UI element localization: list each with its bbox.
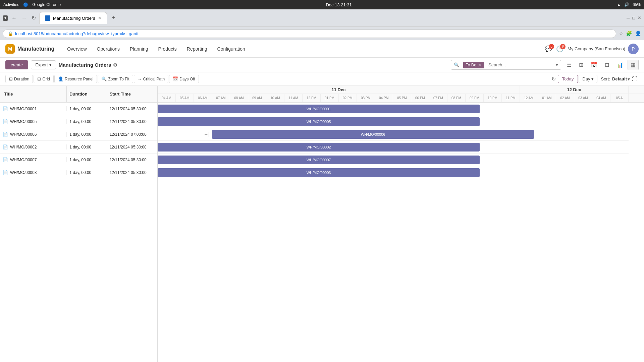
forward-button[interactable]: → xyxy=(20,14,28,22)
page-title-text: Manufacturing Orders xyxy=(59,62,111,68)
graph-view-icon[interactable]: 📊 xyxy=(613,60,626,70)
table-row[interactable]: 📄 WH/MO/00007 1 day, 00:00 12/11/2024 05… xyxy=(0,154,157,166)
search-bar[interactable]: 🔍 To Do ✕ ▾ xyxy=(451,60,561,70)
export-button[interactable]: Export ▾ xyxy=(31,60,56,69)
os-activities[interactable]: Activities xyxy=(3,2,19,7)
cell-start: 12/11/2024 05:30:00 xyxy=(107,158,157,162)
chrome-tab-manufacturing[interactable]: Manufacturing Orders ✕ xyxy=(39,12,107,24)
extensions-icon[interactable]: 🧩 xyxy=(626,31,632,37)
nav-operations[interactable]: Operations xyxy=(92,44,124,54)
timeline-hours: 04 AM05 AM06 AM07 AM08 AM09 AM10 AM11 AM… xyxy=(158,94,644,102)
gantt-chart-row: WH/MO/00007 xyxy=(158,154,629,166)
table-row[interactable]: 📄 WH/MO/00003 1 day, 00:00 12/11/2024 05… xyxy=(0,166,157,179)
sort-label: Sort: xyxy=(601,76,610,81)
table-row[interactable]: 📄 WH/MO/00006 1 day, 00:00 12/11/2024 07… xyxy=(0,128,157,141)
filter-tag-remove[interactable]: ✕ xyxy=(478,62,482,68)
create-button[interactable]: create xyxy=(5,60,28,69)
close-window-button[interactable]: ✕ xyxy=(638,15,641,20)
days-off-button[interactable]: 📅 Days Off xyxy=(169,75,199,83)
resource-panel-button[interactable]: 👤 Resource Panel xyxy=(54,75,97,83)
col-header-duration: Duration xyxy=(67,86,107,102)
gantt-bar[interactable]: WH/MO/00002 xyxy=(158,143,480,152)
cell-title: 📄 WH/MO/00001 xyxy=(0,106,67,111)
table-row[interactable]: 📄 WH/MO/00001 1 day, 00:00 12/11/2024 05… xyxy=(0,103,157,115)
user-info[interactable]: My Company (San Francisco) P xyxy=(568,44,639,54)
table-row[interactable]: 📄 WH/MO/00005 1 day, 00:00 12/11/2024 05… xyxy=(0,115,157,128)
gantt-bar[interactable]: WH/MO/00007 xyxy=(158,156,480,164)
day-button[interactable]: Day ▾ xyxy=(579,75,597,83)
hour-cell: 10 AM xyxy=(266,94,284,102)
table-row[interactable]: 📄 WH/MO/00002 1 day, 00:00 12/11/2024 05… xyxy=(0,141,157,154)
gantt-toolbar: ⊞ Duration ⊞ Grid 👤 Resource Panel 🔍 Zoo… xyxy=(0,72,644,86)
calendar-view-icon[interactable]: 📅 xyxy=(588,60,600,70)
expand-button[interactable]: ⛶ xyxy=(631,75,639,83)
hour-cell: 06 PM xyxy=(411,94,429,102)
hour-cell: 11 PM xyxy=(502,94,520,102)
grid-label: Grid xyxy=(42,77,50,81)
timeline-header: 11 Dec12 Dec 04 AM05 AM06 AM07 AM08 AM09… xyxy=(158,86,644,103)
nav-overview[interactable]: Overview xyxy=(62,44,91,54)
grid-button[interactable]: ⊞ Grid xyxy=(34,75,54,83)
app-logo[interactable]: M Manufacturing xyxy=(5,44,54,54)
reload-button[interactable]: ↻ xyxy=(30,13,37,22)
profile-icon[interactable]: 👤 xyxy=(635,31,641,37)
os-browser-name[interactable]: Google Chrome xyxy=(32,2,61,7)
messages-icon[interactable]: 💬 8 xyxy=(545,45,552,53)
os-system-icons: ▲ 🔊 65% xyxy=(617,2,641,7)
company-name: My Company (San Francisco) xyxy=(568,46,625,51)
nav-reporting[interactable]: Reporting xyxy=(182,44,212,54)
doc-icon: 📄 xyxy=(3,119,8,124)
gantt-chart-row: WH/MO/00005 xyxy=(158,115,629,128)
os-browser-icon: 🔵 xyxy=(23,2,28,7)
filter-todo-tag[interactable]: To Do ✕ xyxy=(463,62,484,68)
gantt-bar[interactable]: WH/MO/00006 xyxy=(212,130,534,139)
cell-duration: 1 day, 00:00 xyxy=(67,170,107,175)
page-settings-icon[interactable]: ⚙ xyxy=(113,62,117,68)
nav-products[interactable]: Products xyxy=(154,44,181,54)
activities-icon[interactable]: 🕐 9 xyxy=(556,45,564,53)
today-button[interactable]: Today xyxy=(558,75,578,83)
activities-badge: 9 xyxy=(560,44,566,49)
back-button[interactable]: ← xyxy=(10,14,18,22)
sort-dropdown-icon[interactable]: ▾ xyxy=(628,76,630,82)
export-arrow-icon: ▾ xyxy=(49,62,52,67)
row-id: WH/MO/00006 xyxy=(10,132,37,137)
pivot-view-icon[interactable]: ⊟ xyxy=(602,60,612,70)
gantt-chart-row: WH/MO/00002 xyxy=(158,141,629,154)
resource-label: Resource Panel xyxy=(65,77,93,81)
zoom-icon: 🔍 xyxy=(101,76,107,81)
new-tab-button[interactable]: + xyxy=(109,13,118,23)
hour-cell: 05 AM xyxy=(176,94,194,102)
url-text[interactable]: localhost:8018/odoo/manufacturing?debug=… xyxy=(15,31,139,36)
zoom-to-fit-button[interactable]: 🔍 Zoom To Fit xyxy=(98,75,133,83)
os-bar: Activities 🔵 Google Chrome Dec 13 21:31 … xyxy=(0,0,644,9)
refresh-button[interactable]: ↻ xyxy=(550,74,557,83)
search-dropdown-icon[interactable]: ▾ xyxy=(553,61,561,69)
hour-cell: 12 AM xyxy=(520,94,538,102)
hour-cell: 02 AM xyxy=(556,94,574,102)
address-bar[interactable]: 🔒 localhost:8018/odoo/manufacturing?debu… xyxy=(3,29,616,38)
chrome-menu-btn[interactable]: ▼ xyxy=(3,15,8,21)
list-view-icon[interactable]: ☰ xyxy=(564,60,575,70)
chrome-window-buttons[interactable]: ─ □ ✕ xyxy=(627,15,641,20)
doc-icon: 📄 xyxy=(3,106,8,111)
gantt-bar[interactable]: WH/MO/00003 xyxy=(158,168,480,177)
minimize-button[interactable]: ─ xyxy=(627,15,630,20)
tab-close-button[interactable]: ✕ xyxy=(98,16,101,20)
hour-cell: 04 AM xyxy=(158,94,176,102)
nav-configuration[interactable]: Configuration xyxy=(213,44,250,54)
gantt-bar[interactable]: WH/MO/00005 xyxy=(158,117,480,126)
chrome-window-controls[interactable]: ▼ xyxy=(3,15,8,21)
gantt-view-icon[interactable]: ▦ xyxy=(628,60,639,70)
bookmark-icon[interactable]: ☆ xyxy=(619,31,623,37)
critical-path-button[interactable]: → Critical Path xyxy=(134,75,169,83)
duration-button[interactable]: ⊞ Duration xyxy=(5,75,33,83)
nav-planning[interactable]: Planning xyxy=(125,44,153,54)
kanban-view-icon[interactable]: ⊞ xyxy=(576,60,586,70)
maximize-button[interactable]: □ xyxy=(632,15,635,20)
cell-duration: 1 day, 00:00 xyxy=(67,107,107,111)
search-input[interactable] xyxy=(486,61,553,69)
gantt-bar[interactable]: WH/MO/00001 xyxy=(158,105,480,113)
cell-title: 📄 WH/MO/00003 xyxy=(0,170,67,175)
header-right: 💬 8 🕐 9 My Company (San Francisco) P xyxy=(545,44,639,54)
